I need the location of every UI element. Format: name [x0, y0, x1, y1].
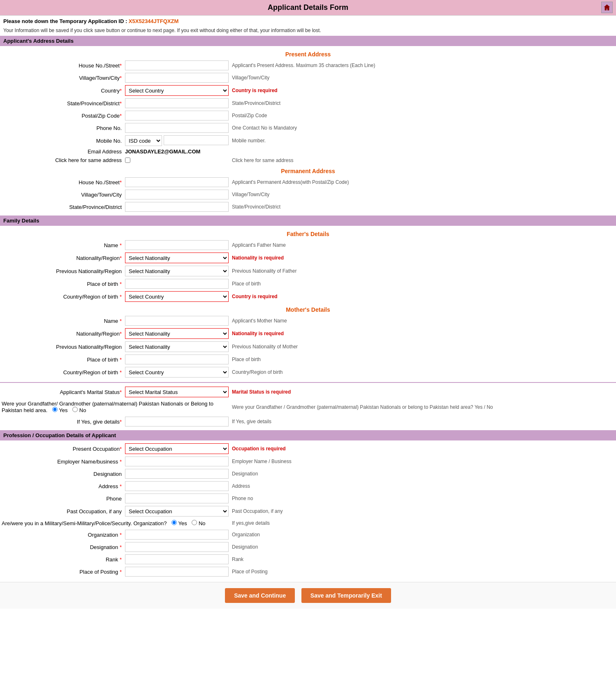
marital-select[interactable]: Select Marital Status	[125, 387, 229, 397]
military-no-label: No	[192, 520, 205, 526]
org-input[interactable]	[125, 530, 229, 540]
postal-hint: Postal/Zip Code	[230, 109, 616, 122]
marital-label: Applicant's Marital Status*	[0, 385, 123, 399]
designation-label: Designation	[0, 468, 123, 480]
mother-prev-nationality-hint: Previous Nationality of Mother	[230, 340, 616, 353]
mother-prev-nationality-select[interactable]: Select Nationality	[125, 341, 229, 352]
occupation-hint: Occupation is required	[230, 442, 616, 455]
marital-hint: Marital Status is required	[230, 385, 616, 399]
father-pob-label: Place of birth *	[0, 278, 123, 290]
father-country-select[interactable]: Select Country	[125, 291, 229, 302]
father-prev-nationality-select[interactable]: Select Nationality	[125, 266, 229, 276]
designation-input[interactable]	[125, 469, 229, 479]
home-icon[interactable]	[601, 2, 613, 13]
perm-house-input[interactable]	[125, 177, 229, 187]
phone-input[interactable]	[125, 123, 229, 133]
mother-nationality-label: Nationality/Region*	[0, 327, 123, 340]
prof-phone-input[interactable]	[125, 494, 229, 503]
address-hint: Address	[230, 480, 616, 492]
country-label: Country*	[0, 84, 123, 97]
section-family: Family Details	[0, 216, 616, 226]
village-input[interactable]	[125, 73, 229, 83]
mobile-hint: Mobile number.	[230, 134, 616, 147]
grandparent-no-label: No	[72, 407, 86, 413]
employer-input[interactable]	[125, 457, 229, 466]
father-pob-input[interactable]	[125, 279, 229, 289]
state-input[interactable]	[125, 98, 229, 108]
perm-house-hint: Applicant's Permanent Address(with Posta…	[230, 176, 616, 188]
state-hint: State/Province/District	[230, 97, 616, 109]
if-yes-label: If Yes, give details*	[0, 415, 123, 428]
mobile-label: Mobile No.	[0, 134, 123, 147]
mother-nationality-hint: Nationality is required	[230, 327, 616, 340]
occupation-label: Present Occupation*	[0, 442, 123, 455]
info-line: Your Information will be saved if you cl…	[0, 27, 616, 36]
occupation-select[interactable]: Select Occupation	[125, 443, 229, 454]
father-nationality-select[interactable]: Select Nationality	[125, 253, 229, 263]
father-name-label: Name *	[0, 239, 123, 251]
page-title: Applicant Details Form	[0, 0, 616, 16]
military-no-radio[interactable]	[192, 520, 197, 525]
same-address-checkbox[interactable]	[125, 158, 130, 163]
prof-phone-label: Phone	[0, 492, 123, 505]
past-occupation-hint: Past Occupation, if any	[230, 505, 616, 518]
bottom-buttons: Save and Continue Save and Temporarily E…	[0, 582, 616, 609]
perm-house-label: House No./Street*	[0, 176, 123, 188]
mobile-input[interactable]	[164, 135, 229, 145]
perm-state-hint: State/Province/District	[230, 201, 616, 213]
designation-hint: Designation	[230, 468, 616, 480]
father-nationality-label: Nationality/Region*	[0, 251, 123, 264]
mil-designation-hint: Designation	[230, 541, 616, 553]
org-hint: Organization	[230, 528, 616, 541]
mother-pob-hint: Place of birth	[230, 353, 616, 366]
rank-label: Rank *	[0, 553, 123, 565]
past-occupation-select[interactable]: Select Occupation	[125, 506, 229, 517]
mother-nationality-select[interactable]: Select Nationality	[125, 328, 229, 339]
grandparent-question: Were your Grandfather/ Grandmother (pate…	[2, 401, 213, 413]
grandparent-hint: Were your Grandfather / Grandmother (pat…	[230, 399, 616, 415]
mother-name-input[interactable]	[125, 316, 229, 326]
perm-state-input[interactable]	[125, 202, 229, 212]
mil-designation-input[interactable]	[125, 542, 229, 552]
mother-title: Mother's Details	[0, 303, 616, 315]
mother-country-select[interactable]: Select Country	[125, 367, 229, 378]
house-input[interactable]	[125, 60, 229, 70]
save-continue-button[interactable]: Save and Continue	[225, 588, 295, 603]
rank-input[interactable]	[125, 554, 229, 564]
postal-input[interactable]	[125, 111, 229, 121]
father-country-label: Country/Region of birth *	[0, 290, 123, 303]
same-address-hint: Click here for same address	[230, 156, 616, 165]
mil-designation-label: Designation *	[0, 541, 123, 553]
village-label: Village/Town/City*	[0, 72, 123, 84]
father-country-hint: Country is required	[230, 290, 616, 303]
perm-village-input[interactable]	[125, 190, 229, 199]
present-address-title: Present Address	[0, 48, 616, 59]
save-exit-button[interactable]: Save and Temporarily Exit	[301, 588, 391, 603]
military-yes-label: Yes	[171, 520, 188, 526]
phone-hint: One Contact No is Mandatory	[230, 122, 616, 134]
mother-pob-input[interactable]	[125, 355, 229, 364]
address-label: Address *	[0, 480, 123, 492]
village-hint: Village/Town/City	[230, 72, 616, 84]
posting-input[interactable]	[125, 567, 229, 577]
org-label: Organization *	[0, 528, 123, 541]
perm-village-hint: Village/Town/City	[230, 188, 616, 201]
military-yes-radio[interactable]	[171, 520, 177, 525]
isd-select[interactable]: ISD code	[125, 135, 162, 146]
prof-phone-hint: Phone no	[230, 492, 616, 505]
father-prev-nationality-label: Previous Nationality/Region	[0, 264, 123, 278]
father-name-input[interactable]	[125, 240, 229, 250]
address-input[interactable]	[125, 481, 229, 491]
father-prev-nationality-hint: Previous Nationality of Father	[230, 264, 616, 278]
section-profession: Profession / Occupation Details of Appli…	[0, 430, 616, 440]
grandparent-yes-radio[interactable]	[52, 407, 58, 412]
country-select[interactable]: Select Country	[125, 85, 229, 96]
grandparent-yes-label: Yes	[52, 407, 69, 413]
temp-id-value: X5X52344JTFQXZM	[129, 18, 178, 24]
grandparent-no-radio[interactable]	[72, 407, 78, 412]
state-label: State/Province/District*	[0, 97, 123, 109]
perm-village-label: Village/Town/City	[0, 188, 123, 201]
employer-label: Employer Name/business *	[0, 455, 123, 468]
email-value: JONASDAYLE2@GMAIL.COM	[125, 148, 200, 155]
if-yes-input[interactable]	[125, 417, 229, 426]
